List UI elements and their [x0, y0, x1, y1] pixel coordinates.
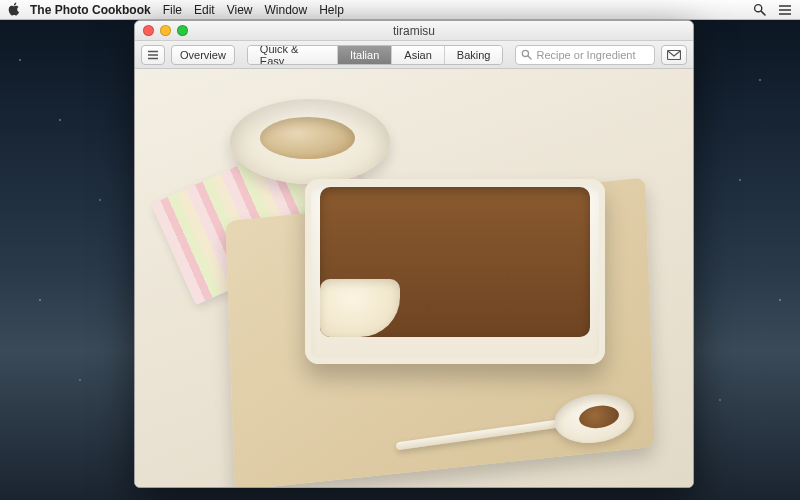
window-zoom-button[interactable]: [177, 25, 188, 36]
tab-quick-easy[interactable]: Quick & Easy: [248, 46, 338, 64]
system-menubar: The Photo Cookbook File Edit View Window…: [0, 0, 800, 20]
menu-edit[interactable]: Edit: [194, 3, 215, 17]
toolbar: Overview Quick & Easy Italian Asian Baki…: [135, 41, 693, 69]
menu-file[interactable]: File: [163, 3, 182, 17]
desktop-background: The Photo Cookbook File Edit View Window…: [0, 0, 800, 500]
menu-window[interactable]: Window: [264, 3, 307, 17]
menu-view[interactable]: View: [227, 3, 253, 17]
app-window: tiramisu Overview Quick & Easy Italian A…: [134, 20, 694, 488]
share-mail-button[interactable]: [661, 45, 687, 65]
search-input[interactable]: [536, 49, 649, 61]
tab-baking[interactable]: Baking: [445, 46, 503, 64]
recipe-photo-area: [135, 69, 693, 487]
window-minimize-button[interactable]: [160, 25, 171, 36]
sidebar-toggle-button[interactable]: [141, 45, 165, 65]
window-title: tiramisu: [135, 24, 693, 38]
recipe-photo: [135, 69, 693, 487]
search-field[interactable]: [515, 45, 655, 65]
window-close-button[interactable]: [143, 25, 154, 36]
apple-menu[interactable]: [8, 2, 20, 18]
search-icon: [521, 46, 532, 64]
window-traffic-lights: [135, 25, 188, 36]
tab-italian[interactable]: Italian: [338, 46, 392, 64]
spotlight-icon[interactable]: [753, 3, 766, 16]
photo-serving-bowl: [230, 99, 390, 184]
menubar-app-name[interactable]: The Photo Cookbook: [30, 3, 151, 17]
category-segmented-control: Quick & Easy Italian Asian Baking: [247, 45, 504, 65]
window-titlebar[interactable]: tiramisu: [135, 21, 693, 41]
menu-extra-icon[interactable]: [778, 4, 792, 16]
svg-line-9: [528, 56, 531, 59]
tab-asian[interactable]: Asian: [392, 46, 445, 64]
svg-line-1: [761, 11, 765, 15]
overview-button[interactable]: Overview: [171, 45, 235, 65]
menu-help[interactable]: Help: [319, 3, 344, 17]
